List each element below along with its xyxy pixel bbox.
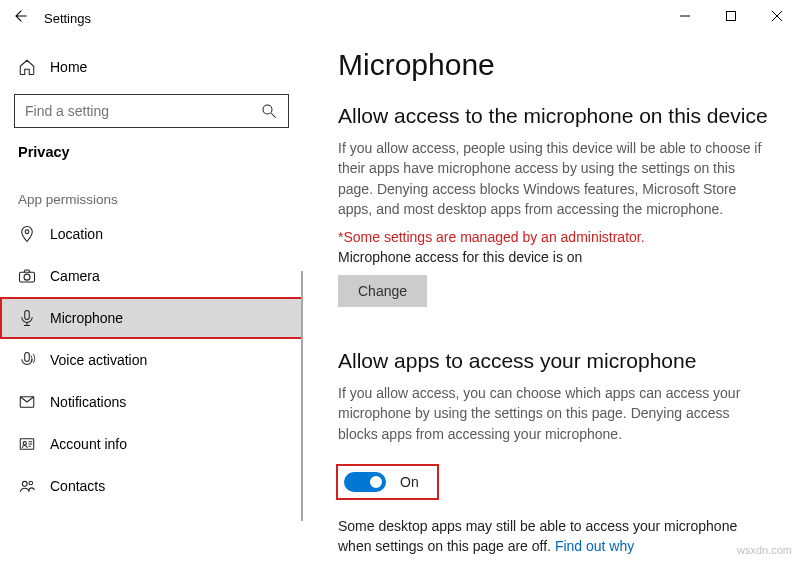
svg-point-6 <box>25 230 29 234</box>
toggle-knob <box>370 476 382 488</box>
sidebar-item-microphone[interactable]: Microphone <box>0 297 303 339</box>
sidebar-item-contacts[interactable]: Contacts <box>0 465 303 507</box>
svg-point-15 <box>29 481 33 485</box>
sidebar-item-voice-activation[interactable]: Voice activation <box>0 339 303 381</box>
svg-point-14 <box>22 481 27 486</box>
sidebar-section-label: App permissions <box>0 166 303 213</box>
sidebar-item-label: Location <box>50 226 103 242</box>
sidebar-item-label: Voice activation <box>50 352 147 368</box>
sidebar-item-label: Account info <box>50 436 127 452</box>
camera-icon <box>18 267 36 285</box>
sidebar-item-camera[interactable]: Camera <box>0 255 303 297</box>
svg-point-4 <box>263 105 272 114</box>
voice-activation-icon <box>18 351 36 369</box>
section1-heading: Allow access to the microphone on this d… <box>338 104 772 128</box>
svg-line-5 <box>271 113 276 118</box>
account-info-icon <box>18 435 36 453</box>
svg-rect-9 <box>25 311 30 320</box>
sidebar-category: Privacy <box>0 134 303 166</box>
search-input[interactable] <box>25 103 260 119</box>
home-icon <box>18 58 36 76</box>
sidebar: Home Privacy App permissions Location Ca… <box>0 36 304 562</box>
section1-body: If you allow access, people using this d… <box>338 138 772 219</box>
sidebar-item-account-info[interactable]: Account info <box>0 423 303 465</box>
content-area: Microphone Allow access to the microphon… <box>304 36 800 562</box>
window-title: Settings <box>44 11 91 26</box>
section2-body: If you allow access, you can choose whic… <box>338 383 772 444</box>
apps-access-toggle-wrap: On <box>338 466 437 498</box>
svg-point-13 <box>23 442 26 445</box>
back-button[interactable] <box>8 8 32 28</box>
maximize-button[interactable] <box>708 0 754 32</box>
search-icon <box>260 102 278 120</box>
apps-access-toggle[interactable] <box>344 472 386 492</box>
section2-note: Some desktop apps may still be able to a… <box>338 516 772 557</box>
section2-heading: Allow apps to access your microphone <box>338 349 772 373</box>
sidebar-item-label: Camera <box>50 268 100 284</box>
notifications-icon <box>18 393 36 411</box>
change-button[interactable]: Change <box>338 275 427 307</box>
sidebar-item-label: Contacts <box>50 478 105 494</box>
minimize-button[interactable] <box>662 0 708 32</box>
sidebar-scrollbar[interactable] <box>301 271 303 521</box>
sidebar-home[interactable]: Home <box>0 50 303 84</box>
admin-notice: *Some settings are managed by an adminis… <box>338 229 772 245</box>
svg-rect-1 <box>727 12 736 21</box>
search-input-wrap[interactable] <box>14 94 289 128</box>
note-text: Some desktop apps may still be able to a… <box>338 518 737 554</box>
device-state: Microphone access for this device is on <box>338 249 772 265</box>
contacts-icon <box>18 477 36 495</box>
sidebar-item-label: Microphone <box>50 310 123 326</box>
page-title: Microphone <box>338 48 772 82</box>
sidebar-item-notifications[interactable]: Notifications <box>0 381 303 423</box>
sidebar-item-location[interactable]: Location <box>0 213 303 255</box>
location-icon <box>18 225 36 243</box>
sidebar-home-label: Home <box>50 59 87 75</box>
svg-rect-10 <box>25 353 30 362</box>
find-out-why-link[interactable]: Find out why <box>555 538 634 554</box>
toggle-state-label: On <box>400 474 419 490</box>
watermark: wsxdn.com <box>737 544 792 556</box>
sidebar-item-label: Notifications <box>50 394 126 410</box>
close-button[interactable] <box>754 0 800 32</box>
microphone-icon <box>18 309 36 327</box>
svg-point-8 <box>24 274 30 280</box>
